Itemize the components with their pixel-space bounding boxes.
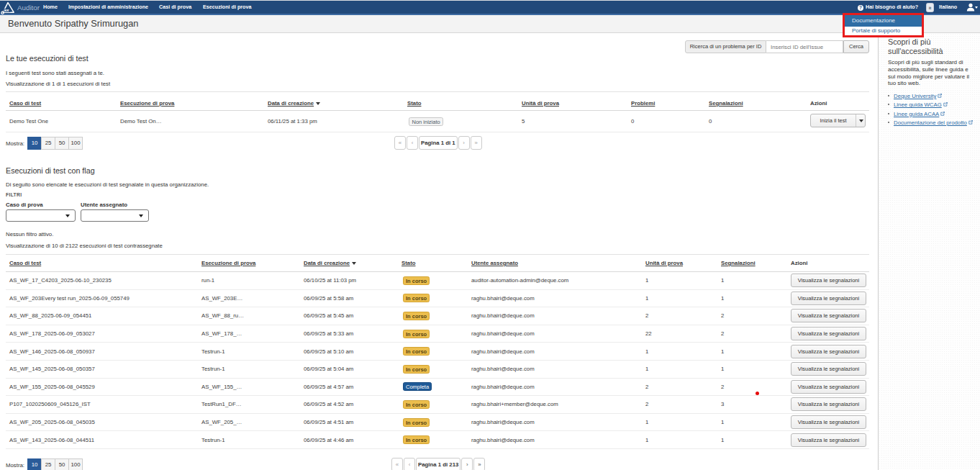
svg-text:ax: ax — [4, 7, 9, 12]
